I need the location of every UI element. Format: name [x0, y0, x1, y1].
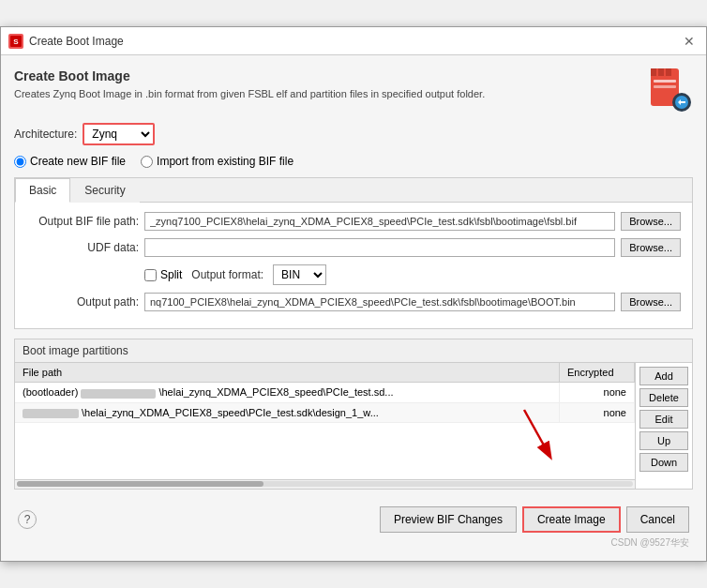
- redacted-bar: [81, 389, 156, 399]
- partitions-table: File path Encrypted (bootloader) \helai_…: [15, 363, 635, 422]
- main-window: S Create Boot Image ✕ Create Boot Image …: [0, 26, 707, 561]
- tab-security[interactable]: Security: [70, 178, 139, 203]
- architecture-select-wrapper: Zynq ZynqMP Versal: [83, 123, 155, 145]
- sd-card-icon: [646, 67, 693, 113]
- close-button[interactable]: ✕: [680, 34, 699, 49]
- table-row-encrypted: none: [560, 383, 635, 402]
- architecture-label: Architecture:: [14, 128, 77, 141]
- svg-rect-5: [666, 68, 671, 76]
- svg-rect-6: [654, 80, 676, 83]
- partitions-table-wrapper: File path Encrypted (bootloader) \helai_…: [15, 363, 636, 488]
- tab-basic[interactable]: Basic: [15, 178, 70, 203]
- title-bar: S Create Boot Image ✕: [1, 27, 706, 55]
- down-button[interactable]: Down: [639, 453, 688, 472]
- svg-rect-3: [651, 68, 656, 76]
- split-format-row: Split Output format: BIN MCS: [26, 264, 681, 285]
- split-checkbox-label[interactable]: Split: [144, 268, 182, 281]
- table-spacer: [15, 423, 635, 479]
- output-format-select[interactable]: BIN MCS: [273, 264, 326, 285]
- partitions-inner: File path Encrypted (bootloader) \helai_…: [15, 363, 692, 488]
- col-encrypted: Encrypted: [560, 363, 635, 383]
- window-title: Create Boot Image: [29, 35, 124, 48]
- delete-button[interactable]: Delete: [639, 388, 688, 407]
- output-format-label: Output format:: [191, 268, 263, 281]
- dialog-content: Create Boot Image Creates Zynq Boot Imag…: [1, 55, 706, 560]
- table-row[interactable]: \helai_zynq_XDMA_PCIEX8_speed\PCIe_test.…: [15, 402, 635, 422]
- help-button[interactable]: ?: [18, 510, 37, 529]
- create-image-button[interactable]: Create Image: [522, 506, 621, 533]
- table-row-encrypted: none: [560, 402, 635, 422]
- output-bif-row: Output BIF file path: Browse...: [26, 212, 681, 231]
- architecture-select[interactable]: Zynq ZynqMP Versal: [84, 125, 153, 143]
- output-path-row: Output path: Browse...: [26, 293, 681, 311]
- header-row: Create Boot Image Creates Zynq Boot Imag…: [14, 67, 693, 113]
- title-bar-left: S Create Boot Image: [8, 34, 124, 49]
- edit-button[interactable]: Edit: [639, 410, 688, 429]
- format-area: Split Output format: BIN MCS: [144, 264, 326, 285]
- scrollbar-track: [17, 481, 633, 487]
- import-bif-radio[interactable]: Import from existing BIF file: [141, 155, 293, 168]
- cancel-button[interactable]: Cancel: [626, 506, 689, 533]
- output-path-browse-button[interactable]: Browse...: [621, 293, 681, 311]
- col-filepath: File path: [15, 363, 560, 383]
- output-path-input[interactable]: [144, 293, 615, 311]
- create-new-bif-radio[interactable]: Create new BIF file: [14, 155, 126, 168]
- partition-buttons: Add Delete Edit Up Down: [636, 363, 692, 488]
- output-bif-browse-button[interactable]: Browse...: [621, 212, 681, 231]
- partitions-section: Boot image partitions File path Encrypte…: [14, 339, 693, 489]
- tab-container: Basic Security Output BIF file path: Bro…: [14, 177, 693, 329]
- svg-rect-4: [658, 68, 664, 76]
- output-path-label: Output path:: [26, 295, 139, 309]
- table-row-filepath: (bootloader) \helai_zynq_XDMA_PCIEX8_spe…: [15, 383, 560, 402]
- tabs: Basic Security: [15, 178, 692, 203]
- page-title: Create Boot Image: [14, 68, 485, 83]
- output-bif-label: Output BIF file path:: [26, 215, 139, 228]
- udf-browse-button[interactable]: Browse...: [621, 238, 681, 257]
- udf-label: UDF data:: [26, 241, 139, 254]
- watermark: CSDN @9527华安: [14, 536, 693, 550]
- bottom-buttons: Preview BIF Changes Create Image Cancel: [380, 506, 689, 533]
- udf-input[interactable]: [144, 238, 615, 257]
- svg-rect-7: [654, 85, 676, 88]
- tab-basic-content: Output BIF file path: Browse... UDF data…: [15, 203, 692, 328]
- bottom-row: ? Preview BIF Changes Create Image Cance…: [14, 499, 693, 536]
- app-icon: S: [8, 34, 23, 49]
- architecture-row: Architecture: Zynq ZynqMP Versal: [14, 123, 693, 145]
- udf-row: UDF data: Browse...: [26, 238, 681, 257]
- table-row-filepath: \helai_zynq_XDMA_PCIEX8_speed\PCIe_test.…: [15, 402, 560, 422]
- header-text: Create Boot Image Creates Zynq Boot Imag…: [14, 68, 485, 113]
- bif-option-row: Create new BIF file Import from existing…: [14, 155, 693, 168]
- partitions-title: Boot image partitions: [15, 339, 692, 363]
- up-button[interactable]: Up: [639, 431, 688, 450]
- add-button[interactable]: Add: [639, 367, 688, 385]
- scrollbar-thumb[interactable]: [17, 481, 263, 487]
- preview-bif-button[interactable]: Preview BIF Changes: [380, 506, 517, 533]
- output-bif-input[interactable]: [144, 212, 615, 231]
- page-description: Creates Zynq Boot Image in .bin format f…: [14, 87, 485, 101]
- horizontal-scrollbar[interactable]: [15, 479, 635, 489]
- redacted-bar: [23, 409, 79, 418]
- table-row[interactable]: (bootloader) \helai_zynq_XDMA_PCIEX8_spe…: [15, 383, 635, 402]
- split-checkbox[interactable]: [144, 269, 157, 281]
- svg-text:S: S: [13, 38, 19, 46]
